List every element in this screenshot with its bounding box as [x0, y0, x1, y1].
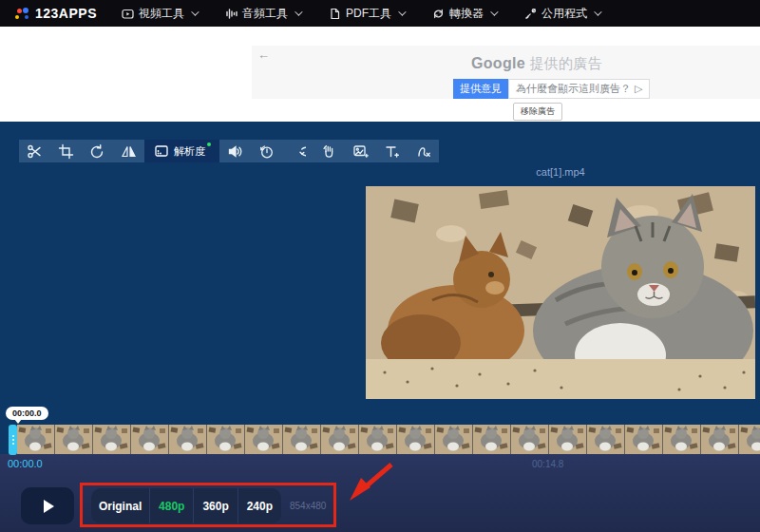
nav-item-audio-tools[interactable]: 音頻工具: [225, 6, 300, 22]
video-preview[interactable]: [366, 186, 755, 399]
ad-zone: ← Google 提供的廣告 提供意見 為什麼會顯示這則廣告？ ▷ 移除廣告: [0, 27, 760, 122]
resolution-selector: Original 480p 360p 240p: [91, 488, 281, 523]
play-icon: [44, 500, 54, 513]
speed-icon[interactable]: [251, 140, 282, 162]
add-image-icon[interactable]: [345, 140, 376, 162]
top-navbar: 123APPS 視頻工具 音頻工具 PDF工具: [0, 0, 760, 27]
output-dimensions-label: 854x480: [290, 501, 326, 511]
chevron-down-icon: [594, 8, 601, 15]
ad-back-arrow-icon[interactable]: ←: [257, 48, 270, 62]
utilities-icon: [524, 8, 537, 20]
logo-123apps[interactable]: 123APPS: [15, 6, 97, 21]
converter-icon: [432, 8, 445, 20]
video-editor: 解析度: [0, 122, 760, 532]
editor-toolbar: 解析度: [19, 140, 439, 162]
playhead-time-bubble: 00:00.0: [6, 407, 48, 420]
audio-tools-icon: [225, 8, 238, 20]
crop-icon[interactable]: [50, 140, 82, 162]
nav-item-label: 音頻工具: [242, 6, 288, 22]
ad-feedback-row: 提供意見 為什麼會顯示這則廣告？ ▷: [453, 79, 620, 99]
ad-why-text: 為什麼會顯示這則廣告？: [516, 82, 631, 96]
volume-icon[interactable]: [219, 140, 251, 162]
ad-provider-line: Google 提供的廣告: [453, 55, 620, 73]
timeline-start-time: 00:00.0: [8, 458, 43, 469]
logo-text: 123APPS: [35, 6, 97, 21]
loop-icon[interactable]: [282, 140, 314, 162]
resolution-label: 解析度: [174, 144, 210, 159]
nav-item-label: 轉換器: [449, 6, 484, 22]
timeline-duration: 00:14.8: [532, 459, 563, 469]
ad-provider-suffix: 提供的廣告: [529, 55, 602, 71]
ad-feedback-button[interactable]: 提供意見: [453, 79, 508, 99]
google-ad-banner: ← Google 提供的廣告 提供意見 為什麼會顯示這則廣告？ ▷: [252, 46, 760, 99]
adchoices-icon: ▷: [635, 83, 642, 95]
logo-dots-icon: [15, 7, 29, 20]
playhead-handle[interactable]: [9, 425, 17, 455]
add-text-icon[interactable]: [376, 140, 408, 162]
flip-icon[interactable]: [113, 140, 144, 162]
nav-item-label: 視頻工具: [139, 6, 184, 22]
resolution-option-original[interactable]: Original: [91, 488, 149, 523]
cut-icon[interactable]: [19, 140, 50, 162]
remove-ad-button[interactable]: 移除廣告: [513, 103, 562, 121]
chevron-down-icon: [490, 8, 498, 15]
resolution-option-240p[interactable]: 240p: [238, 488, 281, 523]
chevron-down-icon: [294, 8, 302, 15]
google-logo: Google: [471, 55, 525, 71]
video-tools-icon: [122, 8, 134, 20]
resolution-option-360p[interactable]: 360p: [193, 488, 237, 523]
nav-item-pdf-tools[interactable]: PDF工具: [329, 6, 404, 22]
nav-item-utilities[interactable]: 公用程式: [524, 6, 599, 22]
hand-gesture-icon[interactable]: [314, 140, 345, 162]
chevron-down-icon: [191, 8, 199, 15]
play-button[interactable]: [21, 487, 74, 524]
remove-logo-icon[interactable]: [408, 140, 439, 162]
pdf-tools-icon: [329, 8, 341, 20]
nav-item-label: PDF工具: [346, 6, 391, 22]
chevron-down-icon: [398, 8, 406, 15]
ad-content: Google 提供的廣告 提供意見 為什麼會顯示這則廣告？ ▷: [453, 55, 620, 99]
resolution-button[interactable]: 解析度: [144, 140, 219, 162]
ad-why-link[interactable]: 為什麼會顯示這則廣告？ ▷: [508, 79, 650, 99]
timeline-filmstrip[interactable]: [17, 425, 760, 454]
rotate-icon[interactable]: [82, 140, 113, 162]
nav-item-video-tools[interactable]: 視頻工具: [122, 6, 197, 22]
nav-menu: 視頻工具 音頻工具 PDF工具: [122, 6, 599, 22]
resolution-option-480p[interactable]: 480p: [149, 488, 193, 523]
video-filename: cat[1].mp4: [366, 166, 755, 178]
nav-item-converter[interactable]: 轉換器: [432, 6, 496, 22]
nav-item-label: 公用程式: [542, 6, 587, 22]
